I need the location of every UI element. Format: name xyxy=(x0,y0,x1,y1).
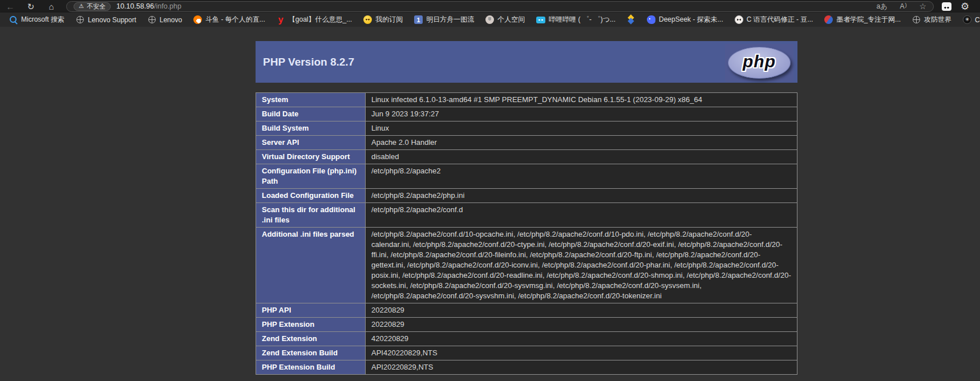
globe-icon xyxy=(76,15,84,24)
info-row-label: System xyxy=(256,93,366,107)
info-row-label: Configuration File (php.ini) Path xyxy=(256,164,366,189)
translate-icon[interactable]: aあ xyxy=(876,3,887,10)
one-icon xyxy=(414,15,423,24)
bookmark-item[interactable]: 墨者学院_专注于网... xyxy=(819,13,906,27)
info-row-value: /etc/php/8.2/apache2/conf.d xyxy=(366,203,797,228)
phpinfo-table: System Linux infected 6.1.0-13-amd64 #1 … xyxy=(256,92,797,375)
bookmark-item[interactable]: ChatGPT xyxy=(957,13,980,27)
bookmark-item[interactable]: C 语言代码修正 - 豆... xyxy=(729,13,819,27)
info-table-row: Server API Apache 2.0 Handler xyxy=(256,136,797,150)
info-table-row: PHP Extension Build API20220829,NTS xyxy=(256,360,797,375)
extension-robot-icon[interactable] xyxy=(942,2,951,11)
bookmark-label: C 语言代码修正 - 豆... xyxy=(747,15,813,25)
info-row-value: API420220829,NTS xyxy=(366,346,797,360)
bookmark-item[interactable]: 哔哩哔哩 ( ゜- ゜)つ... xyxy=(531,13,621,27)
bookmark-item[interactable] xyxy=(621,13,641,27)
whale-icon xyxy=(647,15,655,24)
bookmark-item[interactable]: 个人空间 xyxy=(480,13,531,27)
info-row-value: /etc/php/8.2/apache2/php.ini xyxy=(366,189,797,203)
info-table-row: System Linux infected 6.1.0-13-amd64 #1 … xyxy=(256,93,797,107)
bookmark-label: 我的订阅 xyxy=(375,15,403,25)
bookmark-label: 【goal】什么意思_... xyxy=(289,15,352,25)
info-table-row: Zend Extension Build API420220829,NTS xyxy=(256,346,797,360)
info-row-value: Jun 9 2023 19:37:27 xyxy=(366,107,797,121)
bili-icon xyxy=(536,17,545,23)
info-row-label: PHP API xyxy=(256,303,366,318)
bookmark-item[interactable]: 攻防世界 xyxy=(906,13,957,27)
info-row-value: /etc/php/8.2/apache2/conf.d/10-opcache.i… xyxy=(366,228,797,303)
info-row-label: Loaded Configuration File xyxy=(256,189,366,203)
favorite-star-icon[interactable]: ☆ xyxy=(919,2,926,10)
bookmark-label: 哔哩哔哩 ( ゜- ゜)つ... xyxy=(549,15,615,25)
bookmark-label: Lenovo Support xyxy=(88,16,136,24)
info-row-value: Linux xyxy=(366,121,797,136)
bookmarks-bar: Microsoft 搜索 Lenovo Support Lenovo 斗鱼 - … xyxy=(0,13,980,27)
read-aloud-icon[interactable]: A xyxy=(900,3,906,10)
info-table-row: Build System Linux xyxy=(256,121,797,136)
security-chip[interactable]: ⚠ 不安全 xyxy=(74,2,111,11)
bookmark-item[interactable]: 斗鱼 - 每个人的直... xyxy=(188,13,271,27)
bookmark-item[interactable]: 我的订阅 xyxy=(358,13,408,27)
openai-icon xyxy=(963,15,971,24)
info-row-label: Virtual Directory Support xyxy=(256,150,366,164)
back-icon[interactable]: ← xyxy=(5,2,16,11)
bookmark-label: 明日方舟一图流 xyxy=(426,15,474,25)
phpinfo-container: PHP Version 8.2.7 php System Linux infec… xyxy=(256,27,797,375)
info-table-row: Configuration File (php.ini) Path /etc/p… xyxy=(256,164,797,189)
bookmark-label: ChatGPT xyxy=(975,16,980,24)
doubao-icon xyxy=(735,15,743,24)
address-bar[interactable]: ⚠ 不安全 10.10.58.96 /info.php aあ A ☆ xyxy=(66,1,934,12)
bookmark-item[interactable]: Lenovo Support xyxy=(70,13,142,27)
info-row-value: Linux infected 6.1.0-13-amd64 #1 SMP PRE… xyxy=(366,93,797,107)
bookmark-label: Microsoft 搜索 xyxy=(21,15,64,25)
bookmark-item[interactable]: Microsoft 搜索 xyxy=(3,13,70,27)
goal-icon xyxy=(277,15,285,24)
bookmark-item[interactable]: Lenovo xyxy=(142,13,188,27)
space-icon xyxy=(485,15,494,24)
bookmark-item[interactable]: 明日方舟一图流 xyxy=(408,13,480,27)
info-table-row: Loaded Configuration File /etc/php/8.2/a… xyxy=(256,189,797,203)
bookmark-item[interactable]: 【goal】什么意思_... xyxy=(271,13,358,27)
info-table-row: Build Date Jun 9 2023 19:37:27 xyxy=(256,107,797,121)
php-logo-ellipse: php xyxy=(728,47,791,79)
info-table-row: Scan this dir for additional .ini files … xyxy=(256,203,797,228)
info-row-label: PHP Extension xyxy=(256,318,366,332)
bookmark-label: Lenovo xyxy=(160,16,182,24)
info-row-label: PHP Extension Build xyxy=(256,360,366,375)
info-row-label: Zend Extension Build xyxy=(256,346,366,360)
phpinfo-header: PHP Version 8.2.7 php xyxy=(256,41,797,83)
info-table-row: Virtual Directory Support disabled xyxy=(256,150,797,164)
info-row-value: disabled xyxy=(366,150,797,164)
info-row-value: Apache 2.0 Handler xyxy=(366,136,797,150)
info-row-label: Build Date xyxy=(256,107,366,121)
mozhe-icon xyxy=(824,15,833,24)
info-table-row: Zend Extension 420220829 xyxy=(256,332,797,346)
settings-gear-icon[interactable]: ⚙ xyxy=(961,1,975,13)
bookmark-item[interactable]: DeepSeek - 探索未... xyxy=(641,13,729,27)
globe-icon xyxy=(148,15,156,24)
info-table-row: PHP API 20220829 xyxy=(256,303,797,318)
info-row-value: 20220829 xyxy=(366,318,797,332)
url-path: /info.php xyxy=(154,2,181,10)
info-table-row: Additional .ini files parsed /etc/php/8.… xyxy=(256,228,797,303)
home-icon[interactable]: ⌂ xyxy=(46,2,57,11)
bookmark-label: 斗鱼 - 每个人的直... xyxy=(205,15,265,25)
face-icon xyxy=(363,15,372,24)
info-row-label: Server API xyxy=(256,136,366,150)
search-icon xyxy=(9,15,18,24)
globe-icon xyxy=(912,15,921,24)
info-table-row: PHP Extension 20220829 xyxy=(256,318,797,332)
reload-icon[interactable]: ↻ xyxy=(25,2,37,11)
url-host: 10.10.58.96 xyxy=(116,2,154,10)
douyu-icon xyxy=(193,15,202,24)
info-row-value: /etc/php/8.2/apache2 xyxy=(366,164,797,189)
page-title: PHP Version 8.2.7 xyxy=(256,41,797,83)
bookmark-label: 攻防世界 xyxy=(924,15,951,25)
info-row-label: Zend Extension xyxy=(256,332,366,346)
info-row-value: API20220829,NTS xyxy=(366,360,797,375)
php-logo: php xyxy=(725,44,793,82)
warning-icon: ⚠ xyxy=(79,3,84,9)
info-row-value: 20220829 xyxy=(366,303,797,318)
bookmark-label: 墨者学院_专注于网... xyxy=(836,15,901,25)
info-row-value: 420220829 xyxy=(366,332,797,346)
